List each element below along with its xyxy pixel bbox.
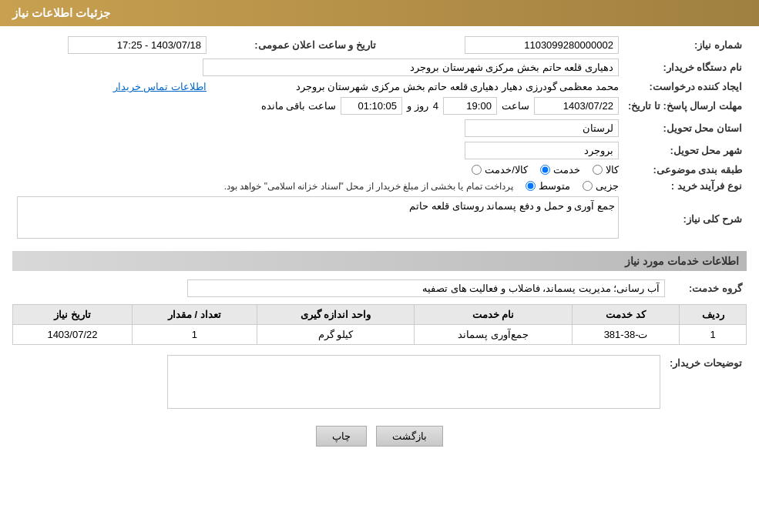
category-label: طبقه بندی موضوعی: bbox=[623, 162, 747, 178]
page-header: جزئیات اطلاعات نیاز bbox=[0, 0, 759, 26]
need-description-label: شرح کلی نیاز: bbox=[623, 194, 747, 243]
service-group-label: گروه خدمت: bbox=[670, 277, 747, 299]
services-table: ردیف کد خدمت نام خدمت واحد اندازه گیری ت… bbox=[12, 304, 747, 345]
deadline-label: مهلت ارسال پاسخ: تا تاریخ: bbox=[623, 95, 747, 117]
khadamat-label: خدمت bbox=[553, 164, 580, 176]
row-city: شهر محل تحویل: bbox=[12, 139, 747, 162]
radio-jozvi: جزیی bbox=[583, 180, 619, 192]
purchase-type-label: نوع فرآیند خرید : bbox=[623, 178, 747, 194]
kala-label: کالا bbox=[606, 164, 619, 176]
deadline-remaining-input[interactable] bbox=[341, 97, 402, 115]
city-input[interactable] bbox=[465, 142, 619, 159]
radio-kala-input[interactable] bbox=[593, 165, 603, 175]
cell-row-num: 1 bbox=[680, 325, 747, 345]
radio-kala: کالا bbox=[593, 164, 619, 176]
kala-khadamat-label: کالا/خدمت bbox=[485, 164, 528, 176]
purchase-type-note: پرداخت تمام یا بخشی از مبلغ خریدار از مح… bbox=[224, 181, 513, 192]
deadline-date-input[interactable] bbox=[534, 97, 619, 115]
page-wrapper: جزئیات اطلاعات نیاز شماره نیاز: تاریخ و … bbox=[0, 0, 759, 532]
main-content: شماره نیاز: تاریخ و ساعت اعلان عمومی: نا… bbox=[0, 26, 759, 462]
creator-value: محمد معظمی گودرزی دهیار دهیاری قلعه حاتم… bbox=[296, 81, 619, 92]
info-table: شماره نیاز: تاریخ و ساعت اعلان عمومی: نا… bbox=[12, 34, 747, 243]
row-buyer-station: نام دستگاه خریدار: bbox=[12, 56, 747, 79]
row-province: استان محل تحویل: bbox=[12, 117, 747, 139]
deadline-time-label: ساعت bbox=[502, 100, 529, 112]
services-table-header: ردیف کد خدمت نام خدمت واحد اندازه گیری ت… bbox=[13, 305, 747, 325]
category-radio-group: کالا خدمت کالا/خدمت bbox=[17, 164, 619, 176]
radio-kala-khadamat-input[interactable] bbox=[472, 165, 482, 175]
row-need-number: شماره نیاز: تاریخ و ساعت اعلان عمومی: bbox=[12, 34, 747, 56]
province-input[interactable] bbox=[465, 119, 619, 137]
deadline-days: 4 bbox=[433, 100, 438, 112]
button-bar: بازگشت چاپ bbox=[12, 426, 747, 447]
deadline-row: ساعت 4 روز و ساعت باقی مانده bbox=[17, 97, 619, 115]
deadline-remaining-label: ساعت باقی مانده bbox=[261, 100, 336, 112]
province-label: استان محل تحویل: bbox=[623, 117, 747, 139]
col-qty: تعداد / مقدار bbox=[132, 305, 257, 325]
buyer-station-label: نام دستگاه خریدار: bbox=[623, 56, 747, 79]
col-unit: واحد اندازه گیری bbox=[257, 305, 414, 325]
row-creator: ایجاد کننده درخواست: محمد معظمی گودرزی د… bbox=[12, 79, 747, 95]
buyer-notes-textarea[interactable] bbox=[167, 355, 660, 409]
print-button[interactable]: چاپ bbox=[316, 426, 367, 447]
radio-motevaset-input[interactable] bbox=[526, 181, 536, 191]
buyer-notes-table: توضیحات خریدار: bbox=[12, 353, 747, 413]
need-number-input[interactable] bbox=[465, 36, 619, 54]
row-category: طبقه بندی موضوعی: کالا خدمت bbox=[12, 162, 747, 178]
need-description-textarea[interactable]: جمع آوری و حمل و دفع پسماند روستای قلعه … bbox=[17, 196, 619, 239]
services-section-title: اطلاعات خدمات مورد نیاز bbox=[12, 251, 747, 271]
col-code: کد خدمت bbox=[572, 305, 679, 325]
row-buyer-notes: توضیحات خریدار: bbox=[12, 353, 747, 413]
page-title: جزئیات اطلاعات نیاز bbox=[12, 6, 110, 19]
creator-label: ایجاد کننده درخواست: bbox=[623, 79, 747, 95]
purchase-type-group: جزیی متوسط پرداخت تمام یا بخشی از مبلغ خ… bbox=[17, 180, 619, 192]
contact-link[interactable]: اطلاعات تماس خریدار bbox=[113, 81, 207, 92]
row-purchase-type: نوع فرآیند خرید : جزیی متوسط پرداخت bbox=[12, 178, 747, 194]
cell-code: ت-38-381 bbox=[572, 325, 679, 345]
service-group-input[interactable] bbox=[187, 279, 665, 297]
col-name: نام خدمت bbox=[415, 305, 573, 325]
row-deadline: مهلت ارسال پاسخ: تا تاریخ: ساعت 4 روز و … bbox=[12, 95, 747, 117]
radio-kala-khadamat: کالا/خدمت bbox=[472, 164, 528, 176]
radio-motevaset: متوسط bbox=[526, 180, 570, 192]
cell-name: جمع‌آوری پسماند bbox=[415, 325, 573, 345]
radio-khadamat-input[interactable] bbox=[540, 165, 550, 175]
announce-datetime-input[interactable] bbox=[68, 36, 207, 54]
back-button[interactable]: بازگشت bbox=[376, 426, 443, 447]
col-row-num: ردیف bbox=[680, 305, 747, 325]
table-row: 1 ت-38-381 جمع‌آوری پسماند کیلو گرم 1 14… bbox=[13, 325, 747, 345]
radio-khadamat: خدمت bbox=[540, 164, 580, 176]
row-need-description: شرح کلی نیاز: جمع آوری و حمل و دفع پسمان… bbox=[12, 194, 747, 243]
announce-datetime-label: تاریخ و ساعت اعلان عمومی: bbox=[211, 34, 381, 56]
cell-unit: کیلو گرم bbox=[257, 325, 414, 345]
radio-jozvi-input[interactable] bbox=[583, 181, 593, 191]
row-service-group: گروه خدمت: bbox=[12, 277, 747, 299]
deadline-days-label: روز و bbox=[407, 100, 428, 112]
cell-qty: 1 bbox=[132, 325, 257, 345]
jozvi-label: جزیی bbox=[596, 180, 619, 192]
deadline-time-input[interactable] bbox=[443, 97, 497, 115]
need-number-label: شماره نیاز: bbox=[623, 34, 747, 56]
motevaset-label: متوسط bbox=[539, 180, 570, 192]
buyer-station-input[interactable] bbox=[203, 59, 619, 76]
col-date: تاریخ نیاز bbox=[13, 305, 133, 325]
city-label: شهر محل تحویل: bbox=[623, 139, 747, 162]
cell-date: 1403/07/22 bbox=[13, 325, 133, 345]
buyer-notes-label: توضیحات خریدار: bbox=[665, 353, 747, 413]
service-group-table: گروه خدمت: bbox=[12, 277, 747, 299]
